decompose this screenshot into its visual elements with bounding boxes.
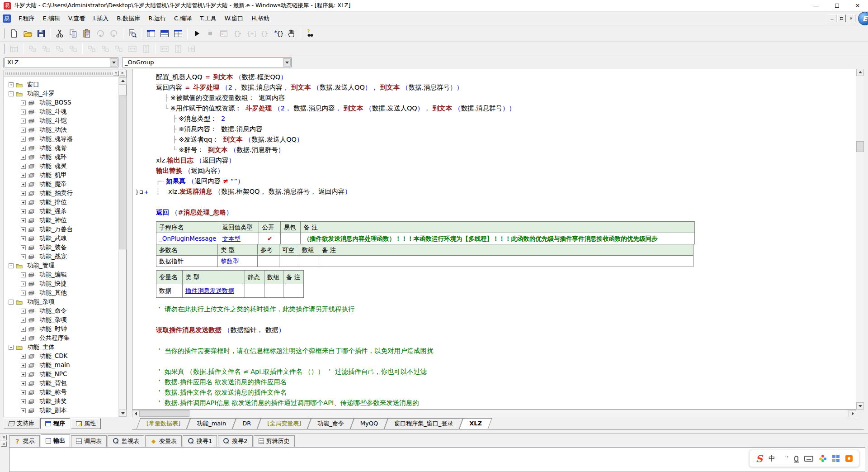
tree-item[interactable]: +功能_抽奖 bbox=[4, 397, 118, 406]
tree-float-button[interactable]: ▫ bbox=[113, 71, 119, 76]
same-size-button[interactable] bbox=[185, 43, 198, 55]
tree-item[interactable]: +功能_魔帝 bbox=[4, 180, 118, 189]
tree-item[interactable]: +功能_main bbox=[4, 361, 118, 370]
panel-tab-prog[interactable]: 程序 bbox=[40, 418, 70, 429]
panel-tab-lib[interactable]: 支持库 bbox=[4, 418, 39, 429]
expand-icon[interactable]: + bbox=[21, 399, 26, 404]
expand-icon[interactable]: + bbox=[21, 100, 26, 105]
expand-icon[interactable]: + bbox=[21, 173, 26, 178]
tree-item[interactable]: +功能_强杀 bbox=[4, 207, 118, 216]
collapse-icon[interactable]: − bbox=[9, 300, 14, 305]
ime-mode-toggle[interactable]: 中 bbox=[769, 454, 775, 463]
collapse-icon[interactable]: − bbox=[9, 345, 14, 350]
output-tab[interactable]: 监视表 bbox=[108, 435, 144, 447]
tree-item[interactable]: −功能_斗罗 bbox=[4, 89, 118, 98]
panel-tab-prop[interactable]: 属性 bbox=[71, 418, 101, 429]
doc-tab[interactable]: XLZ bbox=[461, 418, 490, 429]
tree-item[interactable]: +功能_万兽台 bbox=[4, 225, 118, 234]
help-find-button[interactable]: ? bbox=[304, 27, 316, 39]
assembly-combobox[interactable]: XLZ bbox=[5, 57, 118, 67]
code-editor[interactable]: }+ 配置_机器人QQ ＝ 到文本 （数据.框架QQ）返回内容 ＝ 斗罗处理 （… bbox=[132, 69, 856, 410]
expand-icon[interactable]: + bbox=[21, 110, 26, 114]
tree-item[interactable]: +功能_快捷 bbox=[4, 279, 118, 288]
center-vertical-button[interactable] bbox=[99, 43, 112, 55]
table-cell[interactable]: 文本型 bbox=[219, 233, 259, 244]
expand-icon[interactable]: + bbox=[21, 381, 26, 386]
apps-grid-icon[interactable] bbox=[832, 455, 840, 462]
expand-icon[interactable]: + bbox=[21, 327, 26, 332]
sogou-logo-icon[interactable]: S bbox=[756, 453, 763, 464]
doc-tab[interactable]: [全局变量表] bbox=[259, 418, 309, 429]
tree-item[interactable]: +功能_拍卖行 bbox=[4, 189, 118, 198]
tree-item[interactable]: +功能_其他 bbox=[4, 288, 118, 297]
tree-item[interactable]: +公共程序集 bbox=[4, 334, 118, 343]
expand-icon[interactable]: + bbox=[21, 318, 26, 323]
tree-item[interactable]: +功能_战宠 bbox=[4, 252, 118, 261]
doc-tab[interactable]: [常量数据表] bbox=[138, 418, 189, 429]
breakpoint-button[interactable]: {}* bbox=[272, 27, 284, 39]
align-bottom-button[interactable] bbox=[67, 43, 80, 55]
expand-icon[interactable]: + bbox=[21, 146, 26, 151]
mdi-restore-button[interactable] bbox=[837, 14, 846, 22]
tree-scroll-down-icon[interactable] bbox=[119, 410, 127, 417]
tree-close-button[interactable]: × bbox=[119, 71, 125, 76]
collapse-icon[interactable]: − bbox=[9, 91, 14, 96]
method-combobox-arrow-icon[interactable] bbox=[283, 58, 291, 67]
menu-T.工具[interactable]: T.工具 bbox=[196, 13, 221, 24]
output-console[interactable]: S 中 ゜’ bbox=[9, 447, 865, 472]
menu-E.编辑[interactable]: E.编辑 bbox=[39, 13, 64, 24]
space-equal-h-button[interactable] bbox=[126, 43, 139, 55]
layout-left-button[interactable] bbox=[145, 27, 157, 39]
doc-tab[interactable]: DR bbox=[234, 418, 259, 429]
microphone-icon[interactable] bbox=[794, 456, 798, 462]
tree-item[interactable]: +功能_魂环 bbox=[4, 153, 118, 162]
mdi-close-button[interactable]: ✕ bbox=[847, 14, 855, 22]
expand-icon[interactable]: + bbox=[21, 227, 26, 232]
align-left-button[interactable] bbox=[26, 43, 39, 55]
editor-hscrollbar[interactable] bbox=[132, 410, 856, 417]
tree-item[interactable]: +功能_魂骨 bbox=[4, 143, 118, 153]
align-middle-button[interactable] bbox=[113, 43, 125, 55]
copy-button[interactable] bbox=[67, 27, 80, 39]
expand-icon[interactable]: + bbox=[9, 82, 14, 87]
editor-vscrollbar-thumb[interactable] bbox=[856, 141, 864, 152]
toolbar-grip[interactable] bbox=[3, 29, 5, 38]
expand-icon[interactable]: + bbox=[21, 218, 26, 223]
editor-scroll-up-icon[interactable] bbox=[856, 69, 864, 76]
expand-icon[interactable]: + bbox=[21, 137, 26, 142]
menu-R.运行[interactable]: R.运行 bbox=[144, 13, 170, 24]
output-tab[interactable]: 搜寻1 bbox=[183, 435, 217, 447]
output-tab[interactable]: 剪辑历史 bbox=[254, 435, 295, 447]
debug-run-button[interactable] bbox=[217, 27, 230, 39]
tree-item[interactable]: +功能_编辑 bbox=[4, 270, 118, 279]
open-file-button[interactable] bbox=[21, 27, 34, 39]
tree-item[interactable]: +功能_NPC bbox=[4, 370, 118, 379]
doc-tab[interactable]: MyQQ bbox=[352, 418, 386, 429]
collapse-icon[interactable]: − bbox=[9, 263, 14, 268]
align-top-button[interactable] bbox=[53, 43, 66, 55]
expand-icon[interactable]: + bbox=[21, 390, 26, 395]
tree-scrollbar-thumb[interactable] bbox=[119, 95, 127, 249]
doc-tab[interactable]: 窗口程序集_窗口_登录 bbox=[386, 418, 461, 429]
tree-item[interactable]: −功能_管理 bbox=[4, 261, 118, 270]
expand-icon[interactable]: + bbox=[21, 408, 26, 413]
menu-F.程序[interactable]: F.程序 bbox=[14, 13, 39, 24]
tree-item[interactable]: +功能_排位 bbox=[4, 198, 118, 207]
editor-scroll-down-icon[interactable] bbox=[856, 402, 864, 410]
save-button[interactable] bbox=[35, 27, 47, 39]
new-file-button[interactable] bbox=[8, 27, 20, 39]
toolbar-grip[interactable] bbox=[3, 44, 5, 54]
expand-icon[interactable]: + bbox=[21, 336, 26, 341]
editor-hscrollbar-thumb[interactable] bbox=[140, 410, 189, 417]
expand-icon[interactable]: + bbox=[21, 209, 26, 214]
method-combobox[interactable]: _OnGroup bbox=[122, 57, 292, 67]
tree-item[interactable]: +窗口 bbox=[4, 80, 118, 89]
tree-item[interactable]: +功能_功法 bbox=[4, 125, 118, 134]
editor-scroll-left-icon[interactable] bbox=[132, 410, 140, 417]
stop-button[interactable] bbox=[204, 27, 217, 39]
tree-item[interactable]: +功能_魂导器 bbox=[4, 134, 118, 143]
drag-grip[interactable] bbox=[5, 72, 113, 75]
expand-icon[interactable]: + bbox=[21, 119, 26, 124]
project-tree[interactable]: +窗口−功能_斗罗+功能_BOSS+功能_斗魂+功能_斗铠+功能_功法+功能_魂… bbox=[4, 77, 118, 417]
menu-I.插入[interactable]: I.插入 bbox=[89, 13, 113, 24]
